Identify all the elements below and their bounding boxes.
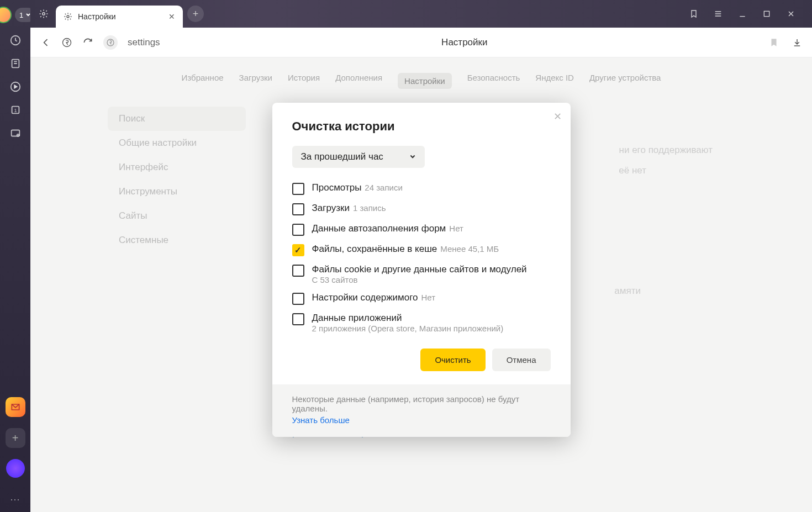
check-row-5: Настройки содержимогоНет bbox=[292, 292, 551, 305]
check-row-0: Просмотры24 записи bbox=[292, 182, 551, 195]
check-sub: Нет bbox=[449, 224, 463, 233]
svg-rect-5 bbox=[11, 130, 19, 136]
history-icon[interactable] bbox=[9, 34, 22, 46]
gear-icon bbox=[64, 12, 72, 21]
left-rail: 1 1 + ⋯ bbox=[0, 0, 30, 512]
checkbox-4[interactable] bbox=[292, 265, 304, 277]
svg-point-8 bbox=[67, 15, 69, 18]
modal-overlay: ✕ Очистка истории За прошедший час Просм… bbox=[30, 57, 812, 512]
titlebar: Настройки ✕ + bbox=[30, 0, 812, 28]
dialog-title: Очистка истории bbox=[292, 119, 551, 134]
site-badge-icon[interactable] bbox=[103, 35, 118, 50]
checkbox-6[interactable] bbox=[292, 313, 304, 325]
learn-more-link[interactable]: Узнать больше bbox=[292, 415, 551, 425]
check-row-4: Файлы cookie и другие данные сайтов и мо… bbox=[292, 264, 551, 284]
checkbox-2[interactable] bbox=[292, 224, 304, 236]
yandex-icon[interactable] bbox=[61, 37, 72, 48]
checkbox-1[interactable] bbox=[292, 203, 304, 215]
settings-page: ИзбранноеЗагрузкиИсторияДополненияНастро… bbox=[30, 57, 812, 512]
check-sub: С 53 сайтов bbox=[312, 275, 551, 284]
profile-avatar[interactable] bbox=[0, 7, 12, 23]
download-icon[interactable] bbox=[792, 38, 802, 47]
chevron-down-icon bbox=[409, 154, 416, 160]
tab-close-button[interactable]: ✕ bbox=[168, 12, 175, 21]
alice-assistant-button[interactable] bbox=[6, 459, 25, 478]
tabs-count-icon[interactable]: 1 bbox=[9, 104, 22, 116]
reload-button[interactable] bbox=[82, 37, 93, 48]
check-row-3: Файлы, сохранённые в кешеМенее 45,1 МБ bbox=[292, 244, 551, 256]
check-label: Загрузки bbox=[312, 203, 350, 214]
dialog-footer: Некоторые данные (например, история запр… bbox=[272, 384, 571, 437]
menu-icon[interactable] bbox=[714, 9, 723, 18]
checkbox-5[interactable] bbox=[292, 293, 304, 305]
checkbox-3[interactable] bbox=[292, 244, 304, 256]
badge-count: 1 bbox=[19, 11, 23, 19]
clear-options-list: Просмотры24 записиЗагрузки1 записьДанные… bbox=[292, 182, 551, 333]
check-sub: Менее 45,1 МБ bbox=[440, 244, 499, 254]
back-button[interactable] bbox=[40, 37, 51, 48]
maximize-icon[interactable] bbox=[762, 9, 771, 18]
play-icon[interactable] bbox=[9, 81, 22, 93]
more-icon[interactable]: ⋯ bbox=[10, 493, 21, 505]
svg-point-6 bbox=[17, 134, 19, 136]
screenshot-icon[interactable] bbox=[9, 127, 22, 139]
check-row-2: Данные автозаполнения формНет bbox=[292, 223, 551, 236]
clear-button[interactable]: Очистить bbox=[420, 349, 485, 371]
svg-point-7 bbox=[43, 13, 45, 15]
footer-text: Некоторые данные (например, история запр… bbox=[292, 394, 520, 413]
cancel-button[interactable]: Отмена bbox=[492, 349, 551, 371]
check-row-1: Загрузки1 запись bbox=[292, 203, 551, 215]
svg-rect-9 bbox=[764, 11, 769, 16]
tab-settings-icon[interactable] bbox=[36, 6, 51, 22]
browser-tab[interactable]: Настройки ✕ bbox=[56, 6, 183, 28]
add-panel-button[interactable]: + bbox=[6, 428, 25, 448]
address-text[interactable]: settings bbox=[128, 37, 160, 48]
bookmark-icon[interactable] bbox=[769, 38, 779, 47]
new-tab-button[interactable]: + bbox=[187, 6, 204, 22]
page-title: Настройки bbox=[170, 37, 759, 48]
address-bar: settings Настройки bbox=[30, 28, 812, 57]
check-sub: 24 записи bbox=[365, 183, 402, 192]
checkbox-0[interactable] bbox=[292, 183, 304, 195]
mail-button[interactable] bbox=[6, 397, 25, 417]
svg-text:1: 1 bbox=[14, 108, 17, 113]
minimize-icon[interactable] bbox=[738, 9, 747, 18]
close-window-icon[interactable] bbox=[787, 9, 795, 18]
check-label: Файлы cookie и другие данные сайтов и мо… bbox=[312, 264, 551, 275]
check-sub: 1 запись bbox=[353, 203, 386, 213]
check-label: Данные приложений bbox=[312, 313, 551, 324]
check-label: Настройки содержимого bbox=[312, 292, 418, 303]
collections-icon[interactable] bbox=[9, 57, 22, 70]
bookmark-outline-icon[interactable] bbox=[689, 9, 698, 18]
select-value: За прошедший час bbox=[301, 151, 383, 162]
check-label: Данные автозаполнения форм bbox=[312, 223, 446, 234]
check-sub: Нет bbox=[421, 293, 435, 302]
clear-history-dialog: ✕ Очистка истории За прошедший час Просм… bbox=[272, 103, 571, 437]
check-label: Файлы, сохранённые в кеше bbox=[312, 244, 437, 255]
check-sub: 2 приложения (Opera store, Магазин прило… bbox=[312, 324, 551, 333]
dialog-close-button[interactable]: ✕ bbox=[553, 110, 562, 123]
check-row-6: Данные приложений2 приложения (Opera sto… bbox=[292, 313, 551, 333]
check-label: Просмотры bbox=[312, 182, 362, 193]
tab-title: Настройки bbox=[78, 12, 163, 21]
time-range-select[interactable]: За прошедший час bbox=[292, 146, 425, 168]
